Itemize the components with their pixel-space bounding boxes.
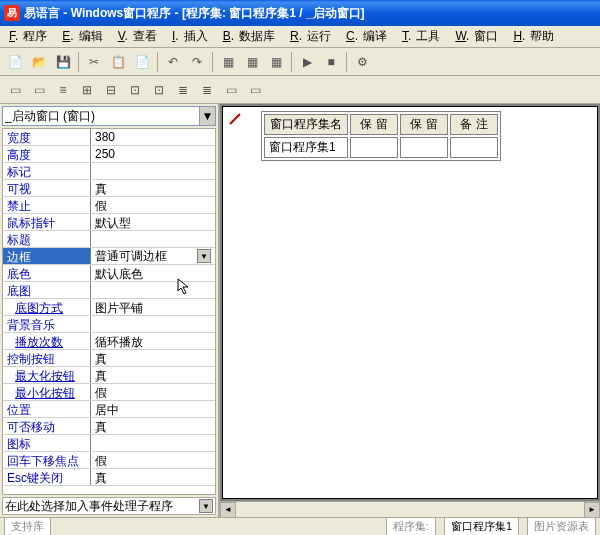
property-row[interactable]: 最大化按钮真 [3,367,215,384]
col-header[interactable]: 保 留 [350,114,398,135]
dtool-7[interactable]: ⊡ [148,79,170,101]
tool-button-3[interactable]: ▦ [265,51,287,73]
status-tab-2[interactable]: 窗口程序集1 [444,517,519,535]
property-row[interactable]: 边框普通可调边框▼ [3,248,215,265]
property-row[interactable]: 高度250 [3,146,215,163]
menu-tools[interactable]: T.工具 [397,26,450,47]
property-value[interactable] [91,435,215,451]
dropdown-icon[interactable]: ▼ [200,106,216,126]
property-value[interactable]: 假 [91,384,215,400]
property-row[interactable]: 回车下移焦点假 [3,452,215,469]
cut-button[interactable]: ✂ [83,51,105,73]
open-button[interactable]: 📂 [28,51,50,73]
property-row[interactable]: 底色默认底色 [3,265,215,282]
property-row[interactable]: 播放次数循环播放 [3,333,215,350]
save-button[interactable]: 💾 [52,51,74,73]
object-selector-input[interactable] [2,106,200,126]
data-table[interactable]: 窗口程序集名 保 留 保 留 备 注 窗口程序集1 [261,111,501,161]
property-value[interactable] [91,231,215,247]
status-tab-left[interactable]: 支持库 [4,517,51,535]
property-row[interactable]: 底图 [3,282,215,299]
table-cell[interactable] [450,137,498,158]
menu-insert[interactable]: I.插入 [167,26,218,47]
dtool-8[interactable]: ≣ [172,79,194,101]
property-row[interactable]: 背景音乐 [3,316,215,333]
dtool-6[interactable]: ⊡ [124,79,146,101]
property-value[interactable]: 假 [91,197,215,213]
property-row[interactable]: 最小化按钮假 [3,384,215,401]
property-value[interactable]: 真 [91,367,215,383]
property-value[interactable]: 真 [91,180,215,196]
col-header[interactable]: 窗口程序集名 [264,114,348,135]
property-row[interactable]: 可否移动真 [3,418,215,435]
menu-view[interactable]: V.查看 [113,26,167,47]
property-row[interactable]: 宽度380 [3,129,215,146]
property-row[interactable]: 图标 [3,435,215,452]
property-row[interactable]: 底图方式图片平铺 [3,299,215,316]
dtool-4[interactable]: ⊞ [76,79,98,101]
property-value[interactable]: 居中 [91,401,215,417]
copy-button[interactable]: 📋 [107,51,129,73]
horizontal-scrollbar[interactable]: ◄ ► [220,501,600,517]
property-row[interactable]: Esc键关闭真 [3,469,215,486]
dtool-1[interactable]: ▭ [4,79,26,101]
property-value[interactable]: 真 [91,350,215,366]
event-selector[interactable]: 在此处选择加入事件处理子程序 ▼ [2,497,216,515]
scroll-left-icon[interactable]: ◄ [220,502,236,518]
property-row[interactable]: 标记 [3,163,215,180]
redo-button[interactable]: ↷ [186,51,208,73]
menu-program[interactable]: F.程序 [4,26,57,47]
dtool-5[interactable]: ⊟ [100,79,122,101]
dropdown-icon[interactable]: ▼ [197,249,211,263]
property-value[interactable]: 循环播放 [91,333,215,349]
menu-window[interactable]: W.窗口 [450,26,508,47]
property-value[interactable] [91,316,215,332]
col-header[interactable]: 备 注 [450,114,498,135]
property-grid[interactable]: 宽度380高度250标记可视真禁止假鼠标指针默认型标题边框普通可调边框▼底色默认… [2,128,216,495]
status-tab-3[interactable]: 图片资源表 [527,517,596,535]
menu-edit[interactable]: E.编辑 [57,26,112,47]
tool-button-1[interactable]: ▦ [217,51,239,73]
dropdown-icon[interactable]: ▼ [199,499,213,513]
menu-help[interactable]: H.帮助 [508,26,564,47]
property-value[interactable]: 图片平铺 [91,299,215,315]
property-row[interactable]: 控制按钮真 [3,350,215,367]
scroll-right-icon[interactable]: ► [584,502,600,518]
object-selector[interactable]: ▼ [2,106,216,126]
design-canvas[interactable]: 窗口程序集名 保 留 保 留 备 注 窗口程序集1 [222,106,598,499]
property-row[interactable]: 标题 [3,231,215,248]
property-row[interactable]: 禁止假 [3,197,215,214]
property-value[interactable]: 假 [91,452,215,468]
run-button[interactable]: ▶ [296,51,318,73]
tool-button-2[interactable]: ▦ [241,51,263,73]
dtool-2[interactable]: ▭ [28,79,50,101]
status-tab-1[interactable]: 程序集: [386,517,436,535]
property-row[interactable]: 位置居中 [3,401,215,418]
property-value[interactable]: 真 [91,418,215,434]
paste-button[interactable]: 📄 [131,51,153,73]
dtool-3[interactable]: ≡ [52,79,74,101]
property-row[interactable]: 可视真 [3,180,215,197]
property-value[interactable]: 普通可调边框▼ [91,248,215,264]
dtool-11[interactable]: ▭ [244,79,266,101]
property-value[interactable]: 380 [91,129,215,145]
undo-button[interactable]: ↶ [162,51,184,73]
menu-run[interactable]: R.运行 [285,26,341,47]
col-header[interactable]: 保 留 [400,114,448,135]
table-cell[interactable] [400,137,448,158]
table-cell[interactable]: 窗口程序集1 [264,137,348,158]
stop-button[interactable]: ■ [320,51,342,73]
menu-compile[interactable]: C.编译 [341,26,397,47]
menu-database[interactable]: B.数据库 [218,26,285,47]
dtool-10[interactable]: ▭ [220,79,242,101]
dtool-9[interactable]: ≣ [196,79,218,101]
property-row[interactable]: 鼠标指针默认型 [3,214,215,231]
tool-button-4[interactable]: ⚙ [351,51,373,73]
property-value[interactable]: 真 [91,469,215,485]
property-value[interactable] [91,163,215,179]
property-value[interactable]: 默认底色 [91,265,215,281]
property-value[interactable]: 默认型 [91,214,215,230]
property-value[interactable] [91,282,215,298]
new-button[interactable]: 📄 [4,51,26,73]
table-cell[interactable] [350,137,398,158]
